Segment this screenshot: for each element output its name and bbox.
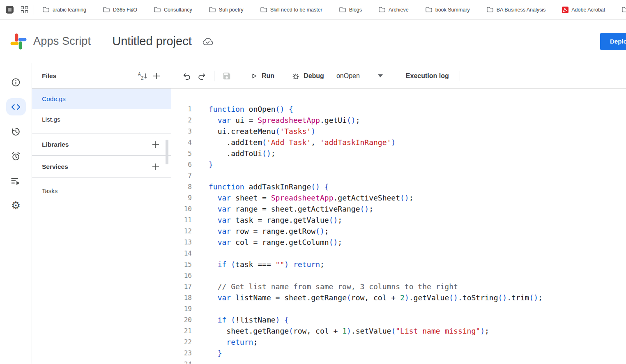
code-line[interactable]: 4 .addItem('Add Task', 'addTaskInRange') — [171, 137, 626, 148]
bookmark-item[interactable]: Blogs — [339, 7, 362, 13]
line-number[interactable]: 9 — [171, 192, 192, 203]
line-number[interactable]: 1 — [171, 104, 192, 115]
line-number[interactable]: 5 — [171, 148, 192, 159]
code-line[interactable]: 11 var task = range.getValue(); — [171, 214, 626, 226]
panel-scrollbar-thumb[interactable] — [166, 140, 168, 164]
line-number[interactable]: 24 — [171, 359, 192, 364]
svg-text:A: A — [138, 72, 141, 76]
code-line[interactable]: 2 var ui = SpreadsheetApp.getUi(); — [171, 115, 626, 126]
code-line[interactable]: 19 — [171, 303, 626, 314]
execution-log-button[interactable]: Execution log — [400, 72, 455, 80]
history-icon — [11, 127, 21, 137]
code-line[interactable]: 20 if (!listName) { — [171, 314, 626, 325]
line-number[interactable]: 7 — [171, 170, 192, 181]
code-line[interactable]: 8function addTaskInRange() { — [171, 181, 626, 192]
bookmark-item[interactable]: arabic learning — [42, 7, 86, 13]
file-item-list-gs[interactable]: List.gs — [32, 109, 171, 130]
line-number[interactable]: 18 — [171, 292, 192, 303]
line-number[interactable]: 6 — [171, 159, 192, 170]
apps-grid-icon[interactable] — [21, 6, 28, 13]
line-number[interactable]: 21 — [171, 325, 192, 336]
files-panel: Files A Z Code.gs List.gs Libraries — [32, 63, 171, 364]
function-selector[interactable]: onOpen — [330, 68, 389, 84]
code-line[interactable]: 24 — [171, 359, 626, 364]
sort-az-icon[interactable]: A Z — [136, 69, 150, 83]
debug-button[interactable]: Debug — [286, 68, 330, 84]
code-line[interactable]: 17 // Get list name from same row, 3 col… — [171, 281, 626, 292]
code-text — [192, 359, 209, 364]
sidebar-item-overview[interactable] — [6, 72, 26, 92]
folder-icon — [621, 7, 626, 13]
add-file-icon[interactable] — [150, 69, 163, 83]
line-number[interactable]: 19 — [171, 303, 192, 314]
side-panel-icon[interactable] — [6, 6, 14, 14]
line-number[interactable]: 22 — [171, 336, 192, 348]
add-service-icon[interactable] — [149, 160, 163, 174]
bookmark-item[interactable]: Sufi poetry — [209, 7, 244, 13]
line-number[interactable]: 2 — [171, 115, 192, 126]
code-line[interactable]: 23 } — [171, 348, 626, 359]
bookmark-item[interactable]: Skill need to be master — [260, 7, 322, 13]
service-item-tasks[interactable]: Tasks — [32, 180, 171, 202]
bookmark-label: Archieve — [389, 7, 409, 13]
project-title[interactable]: Untitled project — [112, 35, 191, 48]
code-line[interactable]: 16 — [171, 270, 626, 281]
browser-left-icons — [6, 6, 28, 14]
line-number[interactable]: 3 — [171, 126, 192, 137]
services-section: Services — [32, 156, 171, 178]
code-line[interactable]: 22 return; — [171, 336, 626, 348]
bookmark-item[interactable]: D365 F&O — [103, 7, 137, 13]
deploy-button[interactable]: Deploy — [600, 33, 626, 50]
line-number[interactable]: 11 — [171, 214, 192, 226]
code-line[interactable]: 15 if (task === "") return; — [171, 259, 626, 270]
line-number[interactable]: 13 — [171, 237, 192, 248]
file-item-code-gs[interactable]: Code.gs — [32, 89, 171, 109]
code-line[interactable]: 14 — [171, 248, 626, 259]
code-line[interactable]: 7 — [171, 170, 626, 181]
brand-name[interactable]: Apps Script — [33, 35, 91, 48]
sidebar-item-settings[interactable]: ⚙ — [6, 196, 26, 215]
line-number[interactable]: 14 — [171, 248, 192, 259]
sidebar-item-project-history[interactable] — [6, 122, 26, 141]
bookmark-item[interactable]: D — [621, 7, 626, 13]
folder-icon — [260, 7, 267, 13]
line-number[interactable]: 8 — [171, 181, 192, 192]
code-text: return; — [192, 336, 258, 348]
bookmark-item[interactable]: Archieve — [378, 7, 409, 13]
line-number[interactable]: 20 — [171, 314, 192, 325]
code-line[interactable]: 21 sheet.getRange(row, col + 1).setValue… — [171, 325, 626, 336]
bookmark-item[interactable]: BA Business Analysis — [486, 7, 546, 13]
line-number[interactable]: 12 — [171, 226, 192, 237]
bookmark-item[interactable]: Consultancy — [154, 7, 192, 13]
add-library-icon[interactable] — [149, 138, 163, 152]
folder-icon — [339, 7, 346, 13]
code-line[interactable]: 6} — [171, 159, 626, 170]
folder-icon — [103, 7, 110, 13]
sidebar-item-executions[interactable] — [6, 171, 26, 191]
code-line[interactable]: 9 var sheet = SpreadsheetApp.getActiveSh… — [171, 192, 626, 203]
sidebar-item-editor[interactable] — [6, 98, 26, 115]
line-number[interactable]: 4 — [171, 137, 192, 148]
code-text: var col = range.getColumn(); — [192, 237, 342, 248]
code-line[interactable]: 13 var col = range.getColumn(); — [171, 237, 626, 248]
sidebar-item-triggers[interactable] — [6, 146, 26, 166]
bookmark-item[interactable]: book Summary — [425, 7, 470, 13]
code-line[interactable]: 5 .addToUi(); — [171, 148, 626, 159]
line-number[interactable]: 10 — [171, 203, 192, 214]
bookmark-item[interactable]: Adobe Acrobat — [562, 7, 605, 13]
code-line[interactable]: 10 var range = sheet.getActiveRange(); — [171, 203, 626, 214]
code-line[interactable]: 1function onOpen() { — [171, 104, 626, 115]
code-line[interactable]: 12 var row = range.getRow(); — [171, 226, 626, 237]
line-number[interactable]: 15 — [171, 259, 192, 270]
code-line[interactable]: 18 var listName = sheet.getRange(row, co… — [171, 292, 626, 303]
run-button[interactable]: Run — [245, 68, 280, 84]
undo-icon[interactable] — [180, 69, 194, 83]
redo-icon[interactable] — [194, 69, 209, 83]
left-rail: ⚙ — [0, 63, 32, 364]
code-line[interactable]: 3 ui.createMenu('Tasks') — [171, 126, 626, 137]
code-text — [192, 248, 209, 259]
line-number[interactable]: 16 — [171, 270, 192, 281]
code-editor[interactable]: 1function onOpen() {2 var ui = Spreadshe… — [171, 89, 626, 364]
line-number[interactable]: 23 — [171, 348, 192, 359]
line-number[interactable]: 17 — [171, 281, 192, 292]
